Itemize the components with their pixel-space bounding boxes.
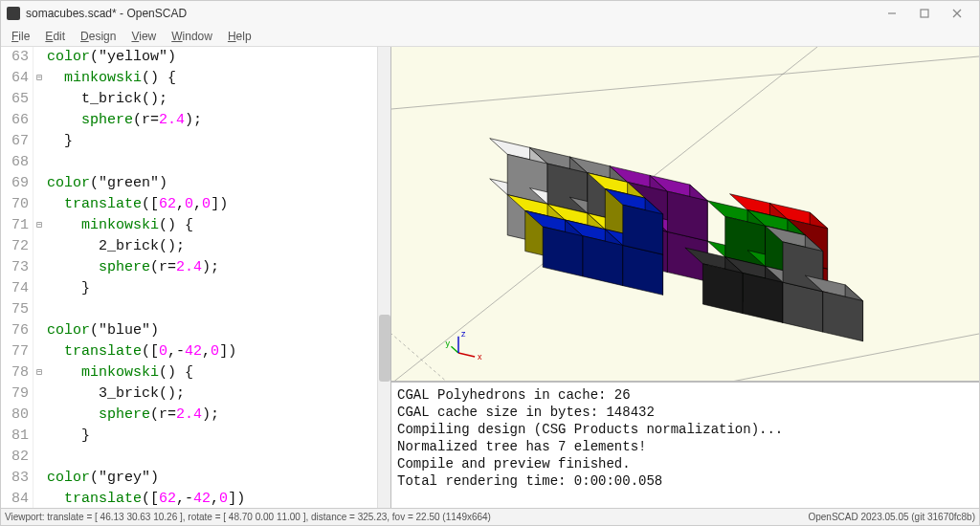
svg-line-7 — [722, 334, 979, 382]
code-text[interactable]: color("yellow") — [45, 47, 176, 68]
svg-text:y: y — [445, 339, 450, 348]
code-line[interactable]: 66 sphere(r=2.4); — [1, 110, 390, 131]
svg-line-6 — [391, 334, 449, 382]
fold-icon[interactable]: ⊟ — [33, 362, 45, 384]
line-number: 65 — [1, 89, 33, 110]
code-text[interactable]: sphere(r=2.4); — [45, 110, 202, 131]
app-icon — [7, 7, 20, 20]
code-line[interactable]: 79 3_brick(); — [1, 384, 390, 405]
fold-icon — [33, 468, 45, 489]
code-editor[interactable]: 63color("yellow")64⊟ minkowski() {65 t_b… — [1, 47, 391, 508]
fold-icon — [33, 426, 45, 447]
fold-icon — [33, 236, 45, 257]
code-text[interactable] — [45, 447, 47, 468]
line-number: 69 — [1, 173, 33, 194]
code-line[interactable]: 67 } — [1, 131, 390, 152]
code-line[interactable]: 75 — [1, 299, 390, 320]
fold-icon — [33, 447, 45, 468]
code-line[interactable]: 73 sphere(r=2.4); — [1, 257, 390, 278]
code-line[interactable]: 68 — [1, 152, 390, 173]
code-text[interactable]: translate([62,-42,0]) — [45, 489, 245, 508]
code-line[interactable]: 77 translate([0,-42,0]) — [1, 341, 390, 362]
code-line[interactable]: 72 2_brick(); — [1, 236, 390, 257]
menu-help[interactable]: Help — [221, 28, 258, 45]
code-text[interactable]: translate([0,-42,0]) — [45, 341, 236, 362]
svg-rect-1 — [921, 10, 928, 17]
code-text[interactable]: } — [45, 278, 90, 299]
code-line[interactable]: 76color("blue") — [1, 320, 390, 341]
3d-viewport[interactable]: xyz — [391, 47, 979, 382]
minimize-button[interactable] — [876, 3, 908, 24]
code-text[interactable]: color("grey") — [45, 468, 159, 489]
svg-text:x: x — [478, 352, 482, 362]
menubar: File Edit Design View Window Help — [1, 26, 979, 47]
fold-icon — [33, 278, 45, 299]
line-number: 63 — [1, 47, 33, 68]
console[interactable]: CGAL Polyhedrons in cache: 26CGAL cache … — [391, 382, 979, 508]
code-text[interactable]: minkowski() { — [45, 215, 193, 236]
menu-view[interactable]: View — [124, 28, 163, 45]
console-line: Total rendering time: 0:00:00.058 — [397, 472, 973, 490]
code-line[interactable]: 65 t_brick(); — [1, 89, 390, 110]
viewport-canvas[interactable]: xyz — [391, 47, 979, 382]
code-line[interactable]: 64⊟ minkowski() { — [1, 68, 390, 89]
code-line[interactable]: 71⊟ minkowski() { — [1, 215, 390, 236]
line-number: 77 — [1, 341, 33, 362]
menu-design[interactable]: Design — [74, 28, 122, 45]
code-text[interactable]: t_brick(); — [45, 89, 167, 110]
console-line: Compile and preview finished. — [397, 455, 973, 472]
line-number: 84 — [1, 489, 33, 508]
code-line[interactable]: 82 — [1, 447, 390, 468]
line-number: 83 — [1, 468, 33, 489]
code-line[interactable]: 63color("yellow") — [1, 47, 390, 68]
code-text[interactable]: 2_brick(); — [45, 236, 185, 257]
right-pane: xyz CGAL Polyhedrons in cache: 26CGAL ca… — [391, 47, 979, 508]
code-line[interactable]: 69color("green") — [1, 173, 390, 194]
window-title: somacubes.scad* - OpenSCAD — [26, 7, 876, 20]
fold-icon — [33, 384, 45, 405]
code-text[interactable]: 3_brick(); — [45, 384, 185, 405]
code-text[interactable] — [45, 299, 47, 320]
code-text[interactable]: color("green") — [45, 173, 167, 194]
code-text[interactable]: } — [45, 131, 73, 152]
line-number: 74 — [1, 278, 33, 299]
fold-icon — [33, 341, 45, 362]
editor-scrollbar[interactable] — [377, 47, 390, 508]
code-text[interactable] — [45, 152, 47, 173]
code-text[interactable]: minkowski() { — [45, 362, 193, 384]
close-button[interactable] — [941, 3, 973, 24]
maximize-button[interactable] — [908, 3, 941, 24]
menu-edit[interactable]: Edit — [38, 28, 72, 45]
code-text[interactable]: minkowski() { — [45, 68, 176, 89]
code-line[interactable]: 78⊟ minkowski() { — [1, 362, 390, 384]
code-text[interactable]: color("blue") — [45, 320, 159, 341]
menu-file[interactable]: File — [5, 28, 36, 45]
scrollbar-thumb[interactable] — [379, 315, 390, 382]
code-line[interactable]: 74 } — [1, 278, 390, 299]
statusbar: Viewport: translate = [ 46.13 30.63 10.2… — [1, 508, 979, 525]
console-line: CGAL Polyhedrons in cache: 26 — [397, 386, 973, 404]
code-text[interactable]: sphere(r=2.4); — [45, 405, 219, 426]
menu-window[interactable]: Window — [165, 28, 219, 45]
fold-icon — [33, 257, 45, 278]
titlebar[interactable]: somacubes.scad* - OpenSCAD — [1, 1, 979, 26]
code-text[interactable]: sphere(r=2.4); — [45, 257, 219, 278]
code-line[interactable]: 70 translate([62,0,0]) — [1, 194, 390, 215]
code-text[interactable]: translate([62,0,0]) — [45, 194, 228, 215]
fold-icon[interactable]: ⊟ — [33, 68, 45, 89]
line-number: 67 — [1, 131, 33, 152]
code-line[interactable]: 83color("grey") — [1, 468, 390, 489]
code-area[interactable]: 63color("yellow")64⊟ minkowski() {65 t_b… — [1, 47, 390, 508]
code-line[interactable]: 81 } — [1, 426, 390, 447]
svg-line-8 — [458, 353, 475, 357]
code-text[interactable]: } — [45, 426, 90, 447]
code-line[interactable]: 84 translate([62,-42,0]) — [1, 489, 390, 508]
line-number: 68 — [1, 152, 33, 173]
fold-icon — [33, 299, 45, 320]
line-number: 81 — [1, 426, 33, 447]
fold-icon — [33, 110, 45, 131]
svg-text:z: z — [461, 329, 466, 339]
code-line[interactable]: 80 sphere(r=2.4); — [1, 405, 390, 426]
fold-icon[interactable]: ⊟ — [33, 215, 45, 236]
line-number: 71 — [1, 215, 33, 236]
